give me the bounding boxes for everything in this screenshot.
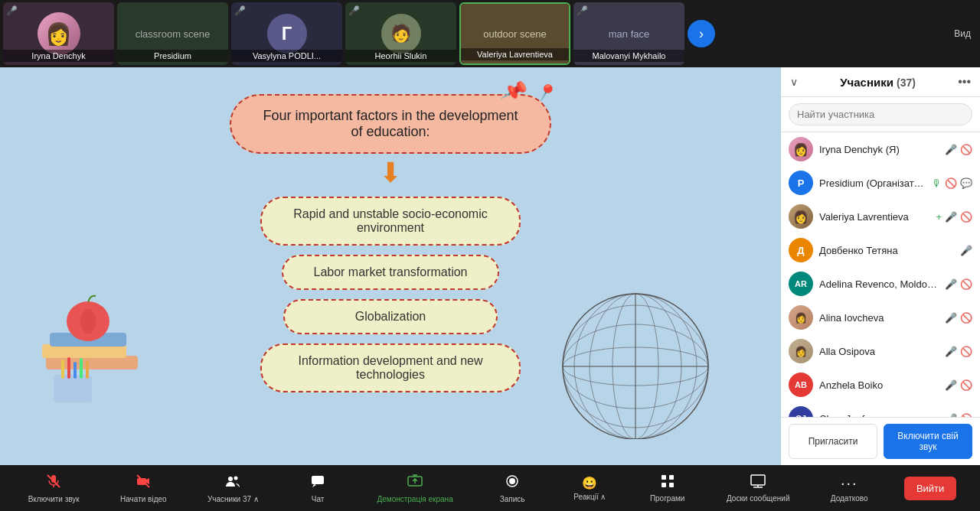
more-icon: ··· <box>841 474 858 492</box>
enable-audio-button[interactable]: Включити свій звук <box>884 424 972 459</box>
list-item: AR Adelina Revenco, Moldova State ... 🎤 … <box>781 267 980 301</box>
decoration-globe <box>551 286 720 442</box>
next-participant-button[interactable]: › <box>688 20 715 47</box>
avatar: AB <box>789 373 813 397</box>
participant-controls: + 🎤 🚫 <box>936 211 972 223</box>
presentation-area: Four important factors in the developmen… <box>0 67 781 465</box>
participant-controls: 🎤 🚫 <box>945 346 972 357</box>
participant-controls: 🎤 🚫 <box>945 144 972 155</box>
video-muted-icon: 🚫 <box>960 346 972 357</box>
decoration-books <box>23 256 145 419</box>
chat-icon <box>310 474 325 493</box>
mic-muted-icon: 🎤 <box>945 278 957 290</box>
mic-muted-icon: 🎤 <box>945 144 957 155</box>
participant-name-heorhii: Heorhii Slukin <box>345 50 456 62</box>
sidebar-footer: Пригласити Включити свій звук <box>781 417 980 465</box>
screen-share-label: Демонстрація екрана <box>377 495 452 503</box>
apps-icon <box>661 474 675 492</box>
participant-controls: 🎤 🚫 <box>945 379 972 391</box>
participant-name: Alina Iovcheva <box>819 312 939 324</box>
video-muted-icon: 🚫 <box>960 379 972 391</box>
mic-icon: 🎤 <box>960 245 972 256</box>
mic-muted-icon-heorhii: 🎤 <box>348 5 360 16</box>
video-toggle-button[interactable]: Начати відео <box>116 470 172 506</box>
video-muted-icon: 🚫 <box>960 312 972 324</box>
mic-muted-icon: 🎤 <box>945 346 957 357</box>
avatar: Д <box>789 238 813 262</box>
svg-rect-37 <box>751 475 765 485</box>
view-label: Вид <box>954 28 971 39</box>
whiteboards-label: Доски сообщений <box>727 494 790 503</box>
top-bar: 👩 🎤 Iryna Denchyk classroom scene Presid… <box>0 0 980 67</box>
factor-box-4: Information development and new technolo… <box>260 343 521 392</box>
audio-toggle-button[interactable]: Включити звук <box>24 470 84 506</box>
more-button[interactable]: ··· Додатково <box>826 471 873 506</box>
svg-rect-10 <box>86 360 89 379</box>
participant-tile-iryna[interactable]: 👩 🎤 Iryna Denchyk <box>3 2 114 65</box>
avatar: 👩 <box>789 339 813 363</box>
svg-point-26 <box>228 477 233 481</box>
invite-button[interactable]: Пригласити <box>789 424 877 459</box>
participant-name: Alla Osipova <box>819 346 939 357</box>
mic-muted-icon-mykhailo: 🎤 <box>577 5 588 16</box>
svg-rect-5 <box>54 375 92 402</box>
record-button[interactable]: Запись <box>489 470 535 506</box>
participant-name: Iryna Denchyk (Я) <box>819 144 939 155</box>
factor-box-1: Rapid and unstable socio-economic enviro… <box>260 197 521 246</box>
list-item: AB Anzhela Boiko 🎤 🚫 <box>781 368 980 402</box>
avatar: 👩 <box>789 305 813 330</box>
participants-button[interactable]: Учасники 37 ∧ <box>203 470 263 506</box>
apps-button[interactable]: Програми <box>645 471 691 506</box>
chat-icon: 💬 <box>960 177 972 189</box>
participant-name: Adelina Revenco, Moldova State ... <box>819 278 939 290</box>
factor-box-2: Labor market transformation <box>282 255 500 290</box>
sidebar-collapse-icon[interactable]: ∨ <box>790 76 798 88</box>
participant-tile-valeriya[interactable]: outdoor scene Valeriya Lavrentieva <box>459 2 570 65</box>
participant-tile-mykhailo[interactable]: man face 🎤 Malovanyi Mykhailo <box>573 2 684 65</box>
participant-name-presidium: Presidium <box>117 50 228 62</box>
toolbar: Включити звук Начати відео Учасники 37 ∧ <box>0 465 980 511</box>
mic-muted-icon: 🎤 <box>945 379 957 391</box>
svg-rect-28 <box>312 476 324 484</box>
participant-tile-vasylyna[interactable]: Г 🎤 Vasylyna PODLI... <box>231 2 342 65</box>
reactions-button[interactable]: 😀 Реакції ∧ <box>567 473 612 504</box>
reactions-label: Реакції ∧ <box>573 493 606 501</box>
avatar: AR <box>789 272 813 296</box>
apps-label: Програми <box>650 494 685 503</box>
participant-controls: 🎤 <box>960 245 972 256</box>
main-content: Four important factors in the developmen… <box>0 67 980 465</box>
mic-muted-icon: 🎤 <box>6 5 18 16</box>
participants-sidebar: ∨ Учасники (37) ••• 👩 Iryna Denchyk (Я) … <box>781 67 980 465</box>
reactions-icon: 😀 <box>582 476 597 490</box>
search-input[interactable] <box>789 103 972 125</box>
mic-on-icon: 🎙 <box>932 177 942 189</box>
participant-tile-presidium[interactable]: classroom scene Presidium <box>117 2 228 65</box>
record-label: Запись <box>500 495 525 503</box>
participant-name: Довбенко Тетяна <box>819 245 954 256</box>
avatar: P <box>789 171 813 195</box>
sidebar-options-icon[interactable]: ••• <box>958 75 971 89</box>
screen-share-button[interactable]: Демонстрація екрана <box>372 470 457 506</box>
mic-off-icon <box>46 474 61 493</box>
svg-rect-35 <box>662 483 666 487</box>
svg-rect-36 <box>669 483 674 487</box>
svg-rect-33 <box>662 475 666 480</box>
avatar: 👩 <box>789 137 813 161</box>
svg-rect-6 <box>61 360 64 379</box>
more-label: Додатково <box>831 494 868 503</box>
chat-button[interactable]: Чат <box>295 470 341 506</box>
mic-muted-icon: 🎤 <box>945 312 957 324</box>
video-muted-icon: 🚫 <box>960 211 972 223</box>
participant-name-mykhailo: Malovanyi Mykhailo <box>573 50 684 62</box>
video-label: Начати відео <box>120 495 167 503</box>
exit-button[interactable]: Вийти <box>904 477 956 500</box>
video-off-icon: 🚫 <box>945 177 957 189</box>
audio-label: Включити звук <box>28 495 80 503</box>
whiteboards-button[interactable]: Доски сообщений <box>722 471 795 506</box>
slide: Four important factors in the developmen… <box>0 67 781 465</box>
participant-name-valeriya: Valeriya Lavrentieva <box>461 48 569 60</box>
svg-point-27 <box>234 476 238 480</box>
participant-tile-heorhii[interactable]: 🧑 🎤 Heorhii Slukin <box>345 2 456 65</box>
svg-rect-8 <box>74 362 77 379</box>
factor-box-3: Globalization <box>283 299 498 334</box>
